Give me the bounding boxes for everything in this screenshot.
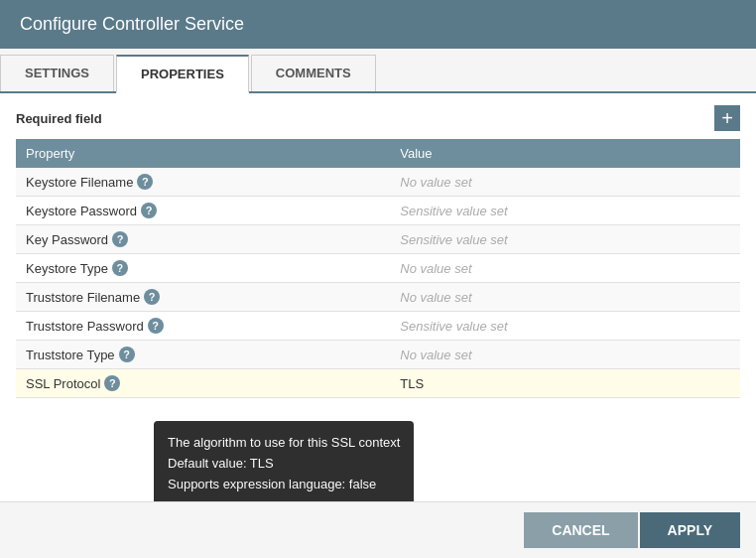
- required-row: Required field +: [16, 105, 740, 131]
- action-cell: [693, 254, 740, 283]
- dialog-title: Configure Controller Service: [0, 0, 756, 49]
- tab-settings[interactable]: SETTINGS: [0, 55, 114, 91]
- column-value: Value: [390, 139, 693, 168]
- property-cell: Truststore Password?: [16, 312, 390, 341]
- help-icon[interactable]: ?: [119, 347, 135, 362]
- table-row: Truststore Type?No value set: [16, 341, 740, 369]
- tab-properties[interactable]: PROPERTIES: [116, 55, 249, 93]
- table-row: Key Password?Sensitive value set: [16, 225, 740, 254]
- column-actions: [693, 139, 740, 168]
- table-row: Keystore Password?Sensitive value set: [16, 197, 740, 225]
- help-icon[interactable]: ?: [148, 318, 164, 334]
- property-cell: Keystore Type?: [16, 254, 390, 283]
- help-icon[interactable]: ?: [141, 203, 157, 218]
- value-cell[interactable]: Sensitive value set: [390, 197, 693, 225]
- action-cell: [693, 225, 740, 254]
- configure-dialog: Configure Controller Service SETTINGS PR…: [0, 0, 756, 558]
- table-row: Truststore Password?Sensitive value set: [16, 312, 740, 341]
- help-icon[interactable]: ?: [104, 375, 120, 391]
- table-row: Truststore Filename?No value set: [16, 283, 740, 312]
- tab-bar: SETTINGS PROPERTIES COMMENTS: [0, 49, 756, 93]
- tab-content: Required field + Property Value Keystore…: [0, 93, 756, 501]
- property-cell: Keystore Filename?: [16, 168, 390, 197]
- tooltip-line1: The algorithm to use for this SSL contex…: [168, 433, 400, 454]
- value-cell[interactable]: No value set: [390, 283, 693, 312]
- help-icon[interactable]: ?: [112, 231, 128, 247]
- property-cell: Keystore Password?: [16, 197, 390, 225]
- cancel-button[interactable]: CANCEL: [524, 512, 637, 548]
- value-cell[interactable]: TLS: [390, 369, 693, 398]
- table-row: SSL Protocol?TLS: [16, 369, 740, 398]
- properties-table: Property Value Keystore Filename?No valu…: [16, 139, 740, 398]
- action-cell: [693, 197, 740, 225]
- table-row: Keystore Filename?No value set: [16, 168, 740, 197]
- dialog-title-text: Configure Controller Service: [20, 14, 244, 34]
- value-cell[interactable]: No value set: [390, 254, 693, 283]
- action-cell: [693, 341, 740, 369]
- action-cell: [693, 369, 740, 398]
- property-cell: SSL Protocol?: [16, 369, 390, 398]
- apply-button[interactable]: APPLY: [640, 512, 740, 548]
- tooltip-line2: Default value: TLS: [168, 454, 400, 475]
- action-cell: [693, 283, 740, 312]
- value-cell[interactable]: No value set: [390, 168, 693, 197]
- help-icon[interactable]: ?: [137, 174, 153, 190]
- value-cell[interactable]: Sensitive value set: [390, 225, 693, 254]
- help-icon[interactable]: ?: [112, 260, 128, 276]
- property-cell: Truststore Type?: [16, 341, 390, 369]
- property-cell: Truststore Filename?: [16, 283, 390, 312]
- property-cell: Key Password?: [16, 225, 390, 254]
- dialog-footer: CANCEL APPLY: [0, 501, 756, 558]
- help-icon[interactable]: ?: [144, 289, 160, 305]
- action-cell: [693, 312, 740, 341]
- column-property: Property: [16, 139, 390, 168]
- value-cell[interactable]: No value set: [390, 341, 693, 369]
- tab-comments[interactable]: COMMENTS: [251, 55, 376, 91]
- tooltip-line3: Supports expression language: false: [168, 475, 400, 495]
- property-tooltip: The algorithm to use for this SSL contex…: [154, 421, 414, 501]
- table-row: Keystore Type?No value set: [16, 254, 740, 283]
- table-header-row: Property Value: [16, 139, 740, 168]
- action-cell: [693, 168, 740, 197]
- value-cell[interactable]: Sensitive value set: [390, 312, 693, 341]
- add-property-button[interactable]: +: [714, 105, 740, 131]
- required-label: Required field: [16, 111, 102, 126]
